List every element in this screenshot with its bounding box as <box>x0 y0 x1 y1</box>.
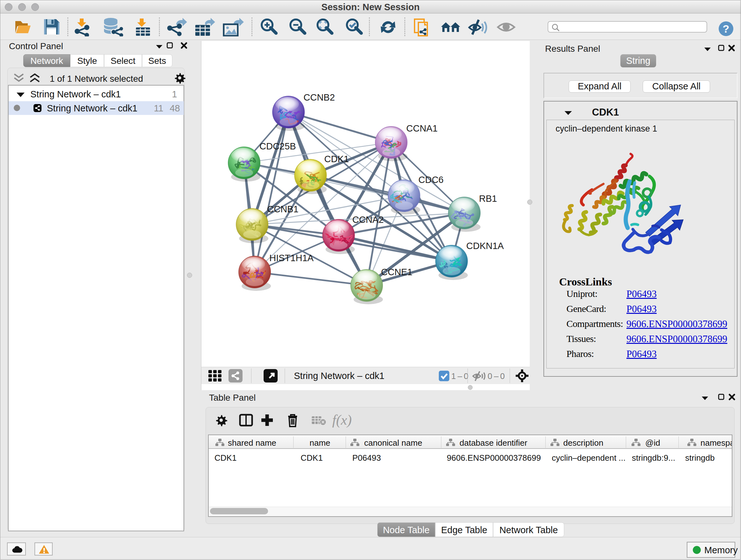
svg-text:CCNE1: CCNE1 <box>381 267 412 277</box>
svg-text:CCNA1: CCNA1 <box>406 123 437 133</box>
svg-text:HIST1H1A: HIST1H1A <box>269 253 314 263</box>
svg-text:CDKN1A: CDKN1A <box>466 241 504 251</box>
svg-text:CCNA2: CCNA2 <box>352 214 384 225</box>
svg-text:CCNB1: CCNB1 <box>267 204 298 214</box>
svg-text:CDC25B: CDC25B <box>259 141 296 151</box>
svg-text:RB1: RB1 <box>479 193 497 204</box>
svg-text:CCNB2: CCNB2 <box>304 92 335 103</box>
svg-text:CDK1: CDK1 <box>324 154 349 164</box>
svg-text:CDC6: CDC6 <box>418 175 444 185</box>
